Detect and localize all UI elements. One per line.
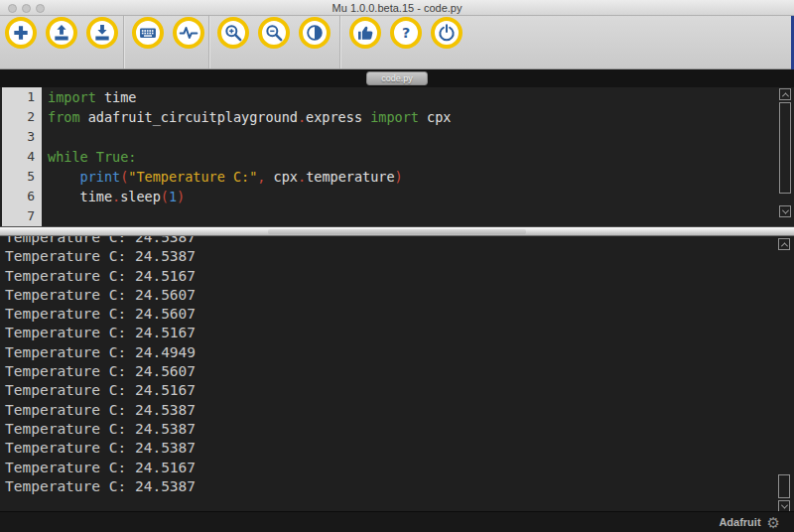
toolbar-separator xyxy=(339,16,340,68)
serial-console-pane[interactable]: Temperature C: 24.5387Temperature C: 24.… xyxy=(0,236,794,511)
console-line: Temperature C: 24.5607 xyxy=(5,305,794,324)
download-icon xyxy=(92,23,112,43)
console-line: Temperature C: 24.5387 xyxy=(5,420,794,439)
svg-text:?: ? xyxy=(402,25,410,41)
code-line: while True: xyxy=(48,147,774,167)
code-line xyxy=(48,206,774,226)
line-number: 7 xyxy=(2,206,42,226)
thumbs-up-icon xyxy=(355,23,375,43)
console-line: Temperature C: 24.5387 xyxy=(5,439,794,458)
line-number: 1 xyxy=(2,87,42,107)
mode-label: Adafruit xyxy=(719,516,760,528)
toolbar-group: ? xyxy=(349,16,463,49)
editor-scroll-down-icon[interactable] xyxy=(779,205,791,217)
editor-scrollbar[interactable] xyxy=(779,88,791,219)
console-line: Temperature C: 24.4949 xyxy=(5,343,794,362)
console-line: Temperature C: 24.5387 xyxy=(5,247,794,266)
console-line: Temperature C: 24.5607 xyxy=(5,286,794,305)
power-icon xyxy=(437,23,457,43)
toolbar-group xyxy=(217,16,331,49)
line-number-gutter: 1234567 xyxy=(2,87,42,226)
toolbar-group xyxy=(132,16,204,49)
console-scrollbar-thumb[interactable] xyxy=(778,474,790,498)
toolbar-separator xyxy=(208,16,209,68)
serial-button[interactable] xyxy=(173,17,204,49)
zoom-out-button[interactable] xyxy=(258,17,290,49)
load-button[interactable] xyxy=(46,17,77,49)
status-bar: Adafruit ⚙ xyxy=(0,511,794,532)
gear-icon[interactable]: ⚙ xyxy=(767,515,780,530)
console-line: Temperature C: 24.5387 xyxy=(5,401,794,420)
code-line: from adafruit_circuitplayground.express … xyxy=(48,107,774,127)
plus-icon xyxy=(11,23,31,43)
line-number: 6 xyxy=(2,187,42,206)
keyboard-icon xyxy=(138,23,158,43)
magnifier-plus-icon xyxy=(223,23,243,43)
console-output: Temperature C: 24.5387Temperature C: 24.… xyxy=(0,236,794,496)
repl-button[interactable] xyxy=(132,17,164,49)
magnifier-minus-icon xyxy=(264,23,284,43)
code-line xyxy=(48,127,774,147)
question-icon: ? xyxy=(396,23,416,43)
editor-scroll-up-icon[interactable] xyxy=(779,88,791,100)
zoom-in-button[interactable] xyxy=(217,17,249,49)
code-line: import time xyxy=(48,87,774,107)
code-line: time.sleep(1) xyxy=(48,187,774,206)
console-line: Temperature C: 24.5387 xyxy=(5,477,794,496)
console-line: Temperature C: 24.5167 xyxy=(5,267,794,286)
console-line: Temperature C: 24.5167 xyxy=(5,324,794,342)
contrast-icon xyxy=(305,23,325,43)
console-line: Temperature C: 24.5387 xyxy=(5,236,794,247)
upload-icon xyxy=(52,23,71,43)
console-scrollbar[interactable] xyxy=(778,238,790,510)
new-button[interactable] xyxy=(5,17,37,49)
theme-button[interactable] xyxy=(299,17,331,49)
console-line: Temperature C: 24.5167 xyxy=(5,381,794,400)
toolbar-group xyxy=(5,16,118,49)
help-button[interactable]: ? xyxy=(390,17,422,49)
line-number: 3 xyxy=(2,127,42,147)
code-line: print("Temperature C:", cpx.temperature) xyxy=(48,167,774,187)
toolbar-separator xyxy=(123,16,124,68)
quit-button[interactable] xyxy=(431,17,463,49)
console-scroll-up-icon[interactable] xyxy=(778,238,790,250)
tab-code-py[interactable]: code.py xyxy=(366,71,428,85)
line-number: 5 xyxy=(2,167,42,187)
save-button[interactable] xyxy=(86,17,118,49)
code-editor-pane[interactable]: 1234567 import timefrom adafruit_circuit… xyxy=(0,87,794,226)
window-title-bar: Mu 1.0.0.beta.15 - code.py xyxy=(0,0,794,16)
line-number: 4 xyxy=(2,147,42,167)
console-scroll-down-icon[interactable] xyxy=(778,500,790,511)
pulse-icon xyxy=(179,23,198,43)
window-title: Mu 1.0.0.beta.15 - code.py xyxy=(0,2,794,14)
tab-bar: code.py xyxy=(0,69,794,87)
pane-splitter[interactable] xyxy=(0,226,794,236)
check-button[interactable] xyxy=(349,17,381,49)
console-line: Temperature C: 24.5167 xyxy=(5,459,794,477)
console-line: Temperature C: 24.5607 xyxy=(5,362,794,381)
code-text: import timefrom adafruit_circuitplaygrou… xyxy=(48,87,774,226)
toolbar: ? xyxy=(0,16,794,69)
line-number: 2 xyxy=(2,107,42,127)
editor-scrollbar-thumb[interactable] xyxy=(779,102,791,194)
